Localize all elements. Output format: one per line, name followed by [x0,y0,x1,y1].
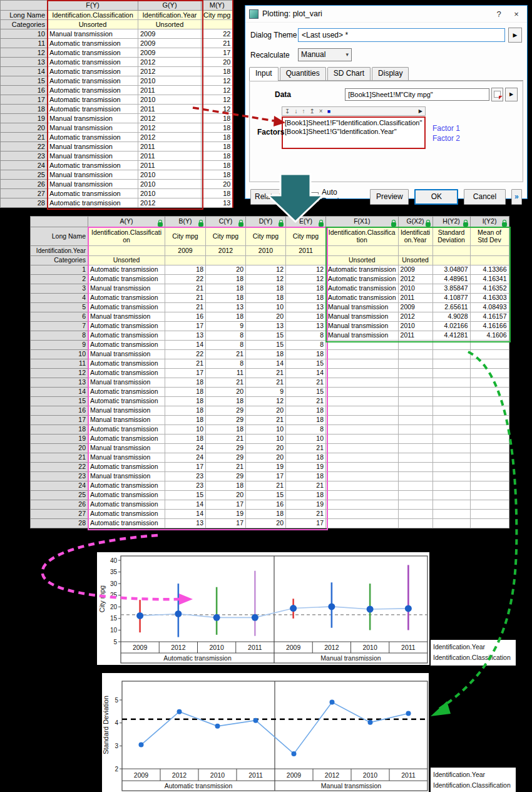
cell[interactable] [398,406,432,416]
cell[interactable] [432,378,470,388]
row-header[interactable]: 15 [1,76,48,86]
row-header[interactable]: 27 [31,510,88,519]
cell[interactable]: 18 [246,510,286,519]
cell[interactable]: 21 [206,463,246,472]
data-input[interactable]: [Book1]Sheet1!M"City mpg" [345,88,489,101]
cell[interactable]: 21 [165,284,206,294]
cell[interactable] [326,388,399,397]
row-header[interactable]: 10 [1,29,48,39]
cell[interactable]: 16 [165,312,206,322]
cell[interactable]: Manual transmission [48,152,138,161]
cell[interactable] [398,341,432,350]
cell[interactable]: 21 [206,350,246,359]
cell[interactable]: Manual transmission [48,142,138,152]
cell[interactable]: 19 [286,500,326,510]
cell[interactable]: 12 [246,397,286,406]
cell[interactable]: 4.02166 [432,322,470,331]
cell[interactable] [432,453,470,463]
cell[interactable] [398,359,432,369]
cell[interactable]: 18 [202,114,233,123]
cell[interactable]: 2010 [138,180,202,189]
cell[interactable]: 4.16341 [470,275,509,284]
cell[interactable]: 18 [202,170,233,180]
column-header[interactable]: F(Y) [48,1,138,11]
cell[interactable]: 2011 [138,105,202,114]
cell[interactable]: 20 [202,180,233,189]
cell[interactable]: 21 [286,510,326,519]
row-header[interactable]: 14 [31,388,88,397]
row-header[interactable]: 27 [1,189,48,198]
cell[interactable] [326,510,399,519]
column-header[interactable]: A(Y) [88,217,165,227]
column-header[interactable]: E(Y) [286,217,326,227]
cell[interactable] [432,388,470,397]
cell[interactable] [326,425,399,435]
year-cell[interactable] [398,246,432,256]
cell[interactable]: Automatic transmission [88,491,165,500]
worksheet-selector-button[interactable] [491,88,504,101]
cell[interactable] [470,481,509,491]
cell[interactable]: 21 [202,39,233,48]
cell[interactable]: 12 [246,275,286,284]
cell[interactable]: 18 [202,161,233,170]
cell[interactable]: 4.08493 [470,303,509,312]
row-header[interactable]: 25 [1,170,48,180]
cell[interactable]: 3.04807 [432,265,470,275]
long-name-cell[interactable]: Mean of Std Dev [470,227,509,246]
cell[interactable] [432,397,470,406]
cell[interactable]: 20 [246,453,286,463]
cell[interactable]: 18 [206,397,246,406]
cell[interactable]: Automatic transmission [48,198,138,208]
cell[interactable]: Automatic transmission [88,510,165,519]
cell[interactable]: 4.16157 [470,312,509,322]
column-header[interactable]: M(Y) [202,1,233,11]
more-options-button[interactable]: » [511,189,522,205]
cell[interactable] [470,369,509,378]
cell[interactable]: 20 [206,265,246,275]
cell[interactable]: Automatic transmission [48,86,138,95]
move-to-top-icon[interactable]: ↥ [309,108,314,115]
cell[interactable]: 18 [206,481,246,491]
cell[interactable]: 2012 [398,312,432,322]
cell[interactable]: Manual transmission [326,331,399,341]
move-down-icon[interactable]: ↓ [294,108,297,115]
categories-cell[interactable] [206,256,246,265]
cell[interactable]: 17 [206,519,246,528]
cell[interactable] [398,425,432,435]
cell[interactable]: 18 [165,416,206,425]
cell[interactable]: 17 [202,48,233,58]
cell[interactable]: Automatic transmission [88,463,165,472]
year-cell[interactable]: 2012 [206,246,246,256]
year-cell[interactable] [326,246,399,256]
cell[interactable]: Manual transmission [326,303,399,312]
row-header[interactable]: 14 [1,67,48,76]
row-header[interactable]: 23 [31,472,88,481]
row-header[interactable]: 7 [31,322,88,331]
cell[interactable]: 18 [165,388,206,397]
cell[interactable]: 9 [246,388,286,397]
cell[interactable] [432,481,470,491]
cell[interactable]: 29 [206,416,246,425]
cell[interactable]: 13 [206,303,246,312]
column-header[interactable]: C(Y) [206,217,246,227]
row-header[interactable]: 19 [31,435,88,444]
cell[interactable]: 2010 [398,284,432,294]
cell[interactable]: 2012 [138,123,202,133]
cell[interactable]: 4.16352 [470,284,509,294]
row-header[interactable]: 2 [31,275,88,284]
row-header[interactable]: 12 [1,48,48,58]
year-cell[interactable]: 2010 [246,246,286,256]
cell[interactable]: Automatic transmission [88,341,165,350]
cell[interactable]: 18 [202,152,233,161]
year-cell[interactable] [470,246,509,256]
cell[interactable]: 4.9028 [432,312,470,322]
cell[interactable]: 13 [165,331,206,341]
row-header[interactable]: 3 [31,284,88,294]
long-name-cell[interactable]: Identification.Year [138,11,202,20]
recalculate-dropdown[interactable]: Manual ▾ [298,48,352,61]
cell[interactable] [432,425,470,435]
cell[interactable]: 18 [165,406,206,416]
row-header[interactable]: 9 [31,341,88,350]
cell[interactable]: 21 [246,416,286,425]
cell[interactable]: Automatic transmission [48,67,138,76]
